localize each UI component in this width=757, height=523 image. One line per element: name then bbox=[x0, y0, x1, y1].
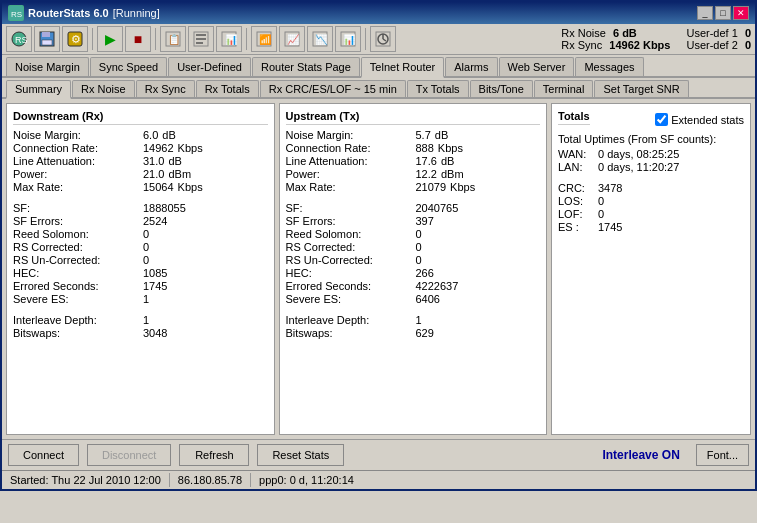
sub-tab-rx-crc[interactable]: Rx CRC/ES/LOF ~ 15 min bbox=[260, 80, 406, 97]
reed-solomon-tx-value: 0 bbox=[416, 228, 422, 240]
section-gap-1 bbox=[13, 194, 268, 202]
sub-tab-tx-totals[interactable]: Tx Totals bbox=[407, 80, 469, 97]
toolbar-btn-5[interactable]: 📊 bbox=[216, 26, 242, 52]
sf-errors-tx-value: 397 bbox=[416, 215, 434, 227]
reed-solomon-tx-label: Reed Solomon: bbox=[286, 228, 416, 240]
upstream-panel: Upstream (Tx) Noise Margin: 5.7 dB Conne… bbox=[279, 103, 548, 435]
conn-rate-tx-unit: Kbps bbox=[438, 142, 463, 154]
sub-tab-rx-sync[interactable]: Rx Sync bbox=[136, 80, 195, 97]
conn-rate-rx-value: 14962 bbox=[143, 142, 174, 154]
rs-uncorrected-rx-label: RS Un-Corrected: bbox=[13, 254, 143, 266]
hec-tx-value: 266 bbox=[416, 267, 434, 279]
power-tx-value: 12.2 bbox=[416, 168, 437, 180]
tab-user-defined[interactable]: User-Defined bbox=[168, 57, 251, 76]
toolbar-play-button[interactable]: ▶ bbox=[97, 26, 123, 52]
sf-tx-label: SF: bbox=[286, 202, 416, 214]
reset-stats-button[interactable]: Reset Stats bbox=[257, 444, 344, 466]
status-bar: Started: Thu 22 Jul 2010 12:00 86.180.85… bbox=[2, 470, 755, 489]
max-rate-tx-label: Max Rate: bbox=[286, 181, 416, 193]
tab-sync-speed[interactable]: Sync Speed bbox=[90, 57, 167, 76]
max-rate-tx-unit: Kbps bbox=[450, 181, 475, 193]
toolbar-icon-1[interactable]: RS bbox=[6, 26, 32, 52]
list-item: Bitswaps: 629 bbox=[286, 327, 541, 339]
toolbar-stop-button[interactable]: ■ bbox=[125, 26, 151, 52]
noise-margin-tx-unit: dB bbox=[435, 129, 448, 141]
toolbar-settings[interactable]: ⚙ bbox=[62, 26, 88, 52]
noise-margin-rx-unit: dB bbox=[162, 129, 175, 141]
toolbar-sep-2 bbox=[155, 28, 156, 50]
user-def2-label: User-def 2 bbox=[686, 39, 737, 51]
title-bar: RS RouterStats 6.0 [Running] _ □ ✕ bbox=[2, 2, 755, 24]
power-rx-label: Power: bbox=[13, 168, 143, 180]
connect-button[interactable]: Connect bbox=[8, 444, 79, 466]
rs-corrected-rx-label: RS Corrected: bbox=[13, 241, 143, 253]
interleave-depth-tx-value: 1 bbox=[416, 314, 422, 326]
tab-messages[interactable]: Messages bbox=[575, 57, 643, 76]
toolbar-btn-3[interactable]: 📋 bbox=[160, 26, 186, 52]
conn-rate-rx-label: Connection Rate: bbox=[13, 142, 143, 154]
conn-rate-tx-label: Connection Rate: bbox=[286, 142, 416, 154]
font-button[interactable]: Font... bbox=[696, 444, 749, 466]
svg-text:📶: 📶 bbox=[259, 33, 272, 46]
noise-margin-tx-label: Noise Margin: bbox=[286, 129, 416, 141]
svg-text:📋: 📋 bbox=[168, 33, 181, 46]
list-item: Bitswaps: 3048 bbox=[13, 327, 268, 339]
disconnect-button[interactable]: Disconnect bbox=[87, 444, 171, 466]
toolbar-btn-4[interactable] bbox=[188, 26, 214, 52]
max-rate-tx-value: 21079 bbox=[416, 181, 447, 193]
close-button[interactable]: ✕ bbox=[733, 6, 749, 20]
tab-alarms[interactable]: Alarms bbox=[445, 57, 497, 76]
sub-tab-rx-totals[interactable]: Rx Totals bbox=[196, 80, 259, 97]
lan-uptime-row: LAN: 0 days, 11:20:27 bbox=[558, 161, 744, 173]
sub-tab-terminal[interactable]: Terminal bbox=[534, 80, 594, 97]
lof-label: LOF: bbox=[558, 208, 598, 220]
sub-tab-rx-noise[interactable]: Rx Noise bbox=[72, 80, 135, 97]
bitswaps-tx-label: Bitswaps: bbox=[286, 327, 416, 339]
tab-noise-margin[interactable]: Noise Margin bbox=[6, 57, 89, 76]
list-item: Reed Solomon: 0 bbox=[13, 228, 268, 240]
power-rx-value: 21.0 bbox=[143, 168, 164, 180]
totals-header: Totals Extended stats bbox=[558, 110, 744, 129]
sub-tab-summary[interactable]: Summary bbox=[6, 80, 71, 99]
toolbar-btn-7[interactable]: 📈 bbox=[279, 26, 305, 52]
list-item: Interleave Depth: 1 bbox=[286, 314, 541, 326]
status-ip: 86.180.85.78 bbox=[170, 473, 251, 487]
minimize-button[interactable]: _ bbox=[697, 6, 713, 20]
user-def2-value: 0 bbox=[745, 39, 751, 51]
wan-value: 0 days, 08:25:25 bbox=[598, 148, 679, 160]
noise-margin-rx-value: 6.0 bbox=[143, 129, 158, 141]
interleave-depth-rx-value: 1 bbox=[143, 314, 149, 326]
svg-text:RS: RS bbox=[15, 35, 28, 45]
toolbar: RS ⚙ ▶ ■ 📋 📊 📶 📈 📉 📊 bbox=[2, 24, 755, 55]
svg-rect-7 bbox=[42, 40, 52, 45]
toolbar-btn-8[interactable]: 📉 bbox=[307, 26, 333, 52]
extended-stats-checkbox[interactable] bbox=[655, 113, 668, 126]
sub-tab-set-target-snr[interactable]: Set Target SNR bbox=[594, 80, 688, 97]
severe-es-tx-label: Severe ES: bbox=[286, 293, 416, 305]
tab-web-server[interactable]: Web Server bbox=[499, 57, 575, 76]
hec-rx-label: HEC: bbox=[13, 267, 143, 279]
line-atten-tx-label: Line Attenuation: bbox=[286, 155, 416, 167]
sub-tab-bits-tone[interactable]: Bits/Tone bbox=[470, 80, 533, 97]
list-item: RS Un-Corrected: 0 bbox=[13, 254, 268, 266]
tab-telnet-router[interactable]: Telnet Router bbox=[361, 57, 444, 78]
rx-sync-value: 14962 Kbps bbox=[609, 39, 670, 51]
severe-es-rx-label: Severe ES: bbox=[13, 293, 143, 305]
downstream-title: Downstream (Rx) bbox=[13, 110, 268, 125]
main-window: RS RouterStats 6.0 [Running] _ □ ✕ RS ⚙ … bbox=[0, 0, 757, 491]
tab-router-stats[interactable]: Router Stats Page bbox=[252, 57, 360, 76]
toolbar-btn-9[interactable]: 📊 bbox=[335, 26, 361, 52]
lan-label: LAN: bbox=[558, 161, 598, 173]
toolbar-floppy[interactable] bbox=[34, 26, 60, 52]
rs-corrected-rx-value: 0 bbox=[143, 241, 149, 253]
power-tx-unit: dBm bbox=[441, 168, 464, 180]
sub-tabs: Summary Rx Noise Rx Sync Rx Totals Rx CR… bbox=[2, 78, 755, 99]
svg-text:📈: 📈 bbox=[287, 33, 300, 46]
toolbar-btn-6[interactable]: 📶 bbox=[251, 26, 277, 52]
refresh-button[interactable]: Refresh bbox=[179, 444, 249, 466]
toolbar-btn-10[interactable] bbox=[370, 26, 396, 52]
list-item: LOF: 0 bbox=[558, 208, 744, 220]
list-item: Max Rate: 21079 Kbps bbox=[286, 181, 541, 193]
maximize-button[interactable]: □ bbox=[715, 6, 731, 20]
list-item: CRC: 3478 bbox=[558, 182, 744, 194]
